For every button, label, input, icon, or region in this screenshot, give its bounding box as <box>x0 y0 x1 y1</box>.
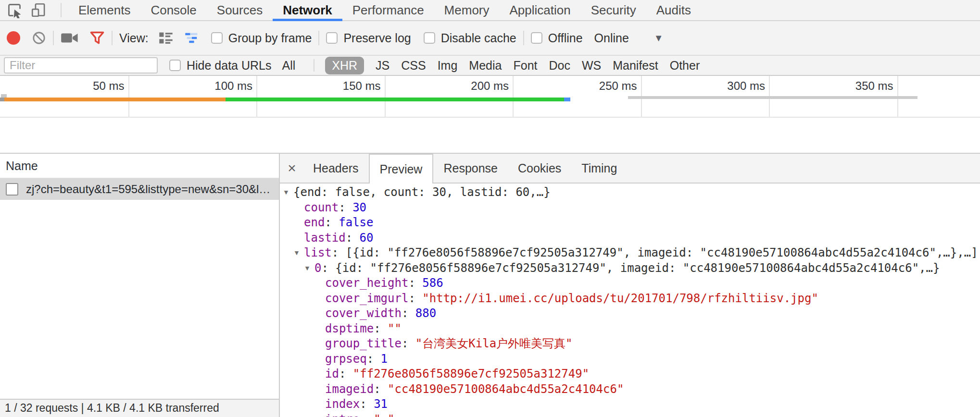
show-overview-icon[interactable] <box>184 30 200 46</box>
json-text: : <box>325 216 339 229</box>
hide-data-urls-label[interactable]: Hide data URLs <box>187 59 271 73</box>
tab-elements[interactable]: Elements <box>68 0 140 20</box>
filter-type-manifest[interactable]: Manifest <box>613 59 658 73</box>
tab-sources[interactable]: Sources <box>207 0 273 20</box>
preserve-log-label[interactable]: Preserve log <box>343 31 411 45</box>
json-value: "http://i1.umei.cc/uploads/tu/201701/798… <box>422 292 818 305</box>
network-main-area: Name zj?ch=beauty&t1=595&listtype=new&sn… <box>0 153 980 417</box>
throttling-select[interactable]: Online <box>594 31 629 45</box>
request-row[interactable]: zj?ch=beauty&t1=595&listtype=new&sn=30&l… <box>0 179 279 200</box>
json-key: group_title <box>325 337 402 350</box>
network-overview[interactable]: 50 ms100 ms150 ms200 ms250 ms300 ms350 m… <box>0 76 980 118</box>
device-toolbar-icon[interactable] <box>30 1 47 19</box>
json-value: 880 <box>415 307 436 320</box>
pending-request-bar <box>628 96 917 99</box>
main-tabs: ElementsConsoleSourcesNetworkPerformance… <box>68 0 701 20</box>
group-by-frame-checkbox[interactable] <box>211 32 223 44</box>
json-text: {end: false, count: 30, lastid: 60,…} <box>293 185 551 199</box>
preview-row: id: "ff276e8056f58896e7cf92505a312749" <box>280 367 980 382</box>
json-text: : <box>402 307 415 320</box>
preview-row: ▼0: {id: "ff276e8056f58896e7cf92505a3127… <box>280 261 980 276</box>
tab-bar-icons <box>0 1 68 19</box>
filter-type-xhr[interactable]: XHR <box>325 57 364 74</box>
json-value: 1 <box>381 352 388 366</box>
name-column-header[interactable]: Name <box>0 154 279 179</box>
preview-row: dsptime: "" <box>280 321 980 337</box>
json-text: : <box>408 292 422 305</box>
json-value: false <box>339 216 373 229</box>
json-value: 30 <box>352 201 366 214</box>
tab-console[interactable]: Console <box>140 0 206 20</box>
preview-row: cover_height: 586 <box>280 276 980 291</box>
divider <box>318 31 319 45</box>
throttling-dropdown-arrow[interactable]: ▼ <box>654 33 664 44</box>
download-segment <box>226 98 564 101</box>
record-button[interactable] <box>7 31 20 45</box>
filter-icon[interactable] <box>89 30 105 46</box>
finish-segment <box>564 98 570 101</box>
details-tab-cookies[interactable]: Cookies <box>508 154 571 183</box>
filter-type-doc[interactable]: Doc <box>549 59 570 73</box>
filmstrip-icon[interactable] <box>61 31 79 45</box>
json-text: : <box>339 201 352 214</box>
json-value: "ff276e8056f58896e7cf92505a312749" <box>353 367 589 380</box>
disable-cache-label[interactable]: Disable cache <box>441 31 516 45</box>
details-tab-headers[interactable]: Headers <box>303 154 369 183</box>
close-icon[interactable]: × <box>284 154 300 183</box>
json-text: : <box>346 231 360 245</box>
offline-checkbox[interactable] <box>531 32 542 44</box>
tab-memory[interactable]: Memory <box>434 0 500 20</box>
clear-button[interactable] <box>32 31 46 45</box>
filter-type-font[interactable]: Font <box>513 59 537 73</box>
preserve-log-checkbox[interactable] <box>326 32 338 44</box>
filter-type-css[interactable]: CSS <box>401 59 426 73</box>
filter-type-img[interactable]: Img <box>438 59 458 73</box>
details-panel: × HeadersPreviewResponseCookiesTiming ▼{… <box>280 154 980 417</box>
divider <box>314 59 314 72</box>
filter-type-media[interactable]: Media <box>469 59 502 73</box>
filter-type-all[interactable]: All <box>282 59 295 73</box>
expand-arrow-icon[interactable]: ▼ <box>304 261 314 276</box>
hide-data-urls-checkbox[interactable] <box>169 60 181 71</box>
json-value: "…" <box>374 413 394 417</box>
json-value: "" <box>388 322 402 335</box>
tick-label: 300 ms <box>659 79 765 93</box>
disable-cache-checkbox[interactable] <box>424 32 435 44</box>
json-text: : <box>360 397 374 411</box>
details-tab-timing[interactable]: Timing <box>571 154 627 183</box>
tab-audits[interactable]: Audits <box>646 0 701 20</box>
tab-application[interactable]: Application <box>500 0 581 20</box>
devtools-tab-bar: ElementsConsoleSourcesNetworkPerformance… <box>0 0 980 21</box>
group-by-frame-label[interactable]: Group by frame <box>228 31 312 45</box>
json-text: : {id: "ff276e8056f58896e7cf92505a312749… <box>321 261 940 275</box>
request-list: zj?ch=beauty&t1=595&listtype=new&sn=30&l… <box>0 179 279 200</box>
tick-label: 200 ms <box>403 79 509 93</box>
request-name: zj?ch=beauty&t1=595&listtype=new&sn=30&l… <box>26 183 270 196</box>
json-text: : <box>374 322 388 335</box>
details-tab-response[interactable]: Response <box>433 154 508 183</box>
details-tab-preview[interactable]: Preview <box>369 154 434 184</box>
filter-type-other[interactable]: Other <box>670 59 700 73</box>
preview-row: cover_imgurl: "http://i1.umei.cc/uploads… <box>280 291 980 307</box>
json-key: count <box>304 201 339 214</box>
filter-type-ws[interactable]: WS <box>582 59 601 73</box>
json-text: : <box>360 413 374 417</box>
waiting-segment <box>4 98 226 101</box>
large-rows-icon[interactable] <box>158 30 174 46</box>
expand-arrow-icon[interactable]: ▼ <box>283 185 293 200</box>
offline-label[interactable]: Offline <box>548 31 583 45</box>
tab-performance[interactable]: Performance <box>342 0 434 20</box>
tab-security[interactable]: Security <box>581 0 646 20</box>
tab-network[interactable]: Network <box>273 0 342 20</box>
preview-row: end: false <box>280 215 980 231</box>
filter-input[interactable] <box>4 57 158 74</box>
json-key: list <box>304 246 332 259</box>
requests-panel: Name zj?ch=beauty&t1=595&listtype=new&sn… <box>0 154 280 417</box>
tick-label: 100 ms <box>147 79 252 93</box>
inspect-element-icon[interactable] <box>6 1 23 19</box>
details-tab-bar: × HeadersPreviewResponseCookiesTiming <box>280 154 980 184</box>
filter-type-js[interactable]: JS <box>376 59 389 73</box>
view-label: View: <box>119 31 149 45</box>
expand-arrow-icon[interactable]: ▼ <box>293 245 304 261</box>
preview-row: ▼list: [{id: "ff276e8056f58896e7cf92505a… <box>280 245 980 261</box>
